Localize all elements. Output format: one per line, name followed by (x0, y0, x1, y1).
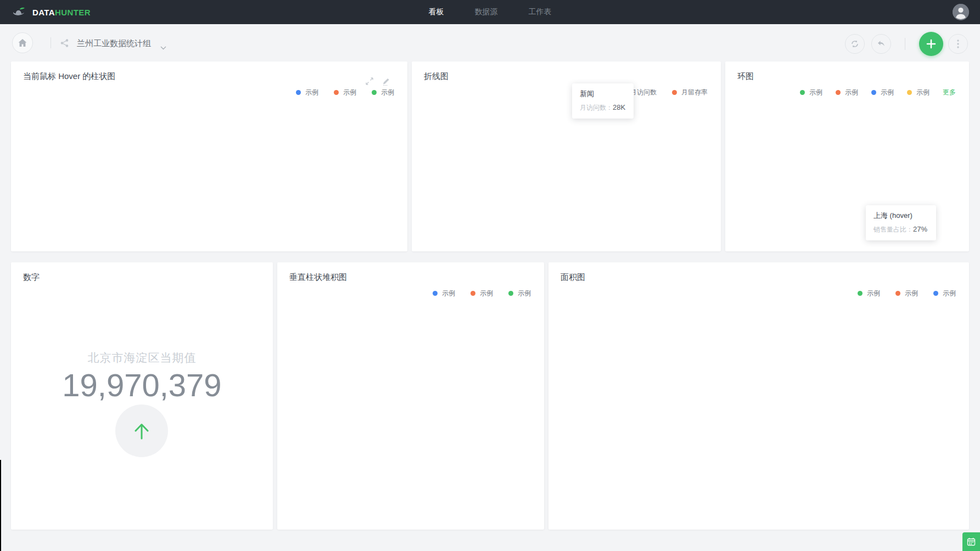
breadcrumb-group-name[interactable]: 兰州工业数据统计组 (77, 38, 151, 49)
brand-logo[interactable]: DATAHUNTER (11, 0, 91, 24)
card-area-chart: 面积图 05K10K15K20K25K30K北京天津上海江苏广州浙江重庆安徽黑龙… (548, 262, 969, 530)
chevron-down-icon[interactable] (160, 42, 166, 52)
area-chart (548, 262, 969, 530)
more-options-button[interactable] (948, 34, 968, 54)
bar-chart (11, 61, 407, 251)
nav-tabs: 看板 数据源 工作表 (429, 0, 552, 24)
card-stacked-bar-chart: 垂直柱状堆积图 05K10K15K20K25K30K北京天津上海江苏广州浙江重庆… (277, 262, 544, 530)
datahunter-logo-icon (11, 4, 27, 20)
calendar-button[interactable] (962, 532, 980, 551)
card-title: 数字 (23, 272, 40, 283)
tab-worksheets[interactable]: 工作表 (529, 7, 552, 17)
trend-up-indicator (115, 404, 168, 457)
tab-datasources[interactable]: 数据源 (475, 7, 498, 17)
stacked-bar-chart (277, 262, 544, 530)
undo-icon (876, 40, 886, 48)
plus-icon (925, 38, 937, 50)
breadcrumb-divider (51, 37, 51, 48)
refresh-button[interactable] (845, 34, 865, 54)
refresh-icon (850, 39, 860, 49)
top-nav: DATAHUNTER 看板 数据源 工作表 (0, 0, 980, 24)
add-chart-button[interactable] (919, 32, 943, 56)
home-icon (18, 38, 27, 47)
number-value: 19,970,379 (11, 367, 273, 403)
kebab-icon (956, 39, 960, 49)
share-icon[interactable] (60, 39, 69, 49)
brand-name: DATAHUNTER (32, 8, 91, 17)
screen-edge-strip (0, 460, 1, 551)
card-hover-bar-chart: 当前鼠标 Hover 的柱状图 05K10K15K20K25K30K娱乐游戏音乐… (11, 61, 407, 251)
undo-button[interactable] (871, 34, 891, 54)
dashboard-app: DATAHUNTER 看板 数据源 工作表 兰州工业数据统计组 (0, 0, 980, 551)
card-number: 数字 北京市海淀区当期值 19,970,379 (11, 262, 273, 530)
card-line-chart: 折线图 05K10K15K20K25K30K娱乐游戏音乐医疗新闻体育购物社交月访… (412, 61, 721, 251)
home-button[interactable] (12, 32, 33, 53)
line-chart (412, 61, 721, 251)
user-avatar[interactable] (953, 4, 969, 20)
card-donut-chart: 环图 示例示例示例示例更多 上海 (hover) 销售量占比：27% (725, 61, 969, 251)
tab-dashboards[interactable]: 看板 (429, 7, 444, 17)
chart-tooltip: 新闻 月访问数：28K (572, 83, 634, 119)
number-label: 北京市海淀区当期值 (11, 350, 273, 366)
toolbar-divider (905, 38, 905, 50)
calendar-icon (966, 537, 976, 547)
arrow-up-icon (128, 418, 155, 444)
chart-tooltip: 上海 (hover) 销售量占比：27% (866, 205, 936, 240)
